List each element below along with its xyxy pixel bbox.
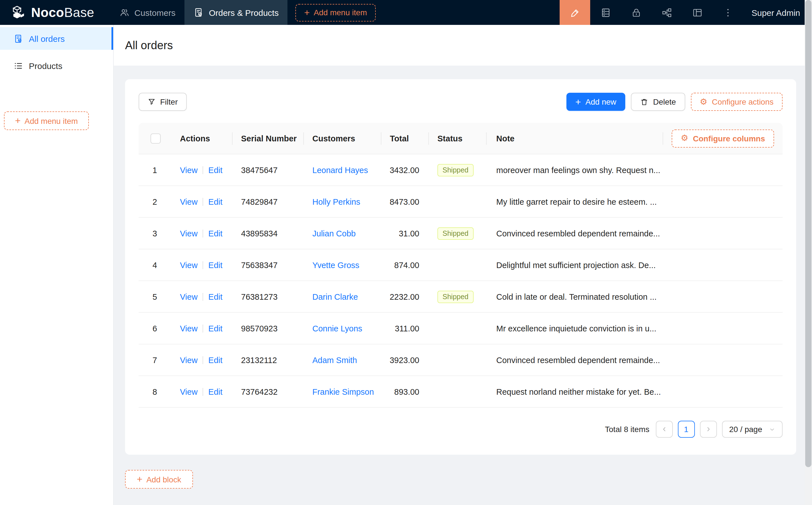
column-header-note: Note <box>486 123 663 154</box>
row-index: 7 <box>139 355 171 364</box>
row-index: 4 <box>139 261 171 270</box>
column-header-actions: Actions <box>171 123 232 154</box>
row-status-cell: Shipped <box>428 164 486 176</box>
customer-link[interactable]: Yvette Gross <box>312 261 359 270</box>
row-total: 3432.00 <box>381 165 428 174</box>
orders-table-block: Filter + Add new <box>125 79 796 455</box>
configure-columns-cell: ⚙ Configure columns <box>663 123 783 154</box>
topbar-add-menu-item-button[interactable]: + Add menu item <box>296 4 376 21</box>
delete-button[interactable]: Delete <box>631 93 685 111</box>
collections-icon[interactable] <box>590 0 621 25</box>
configure-actions-button[interactable]: ⚙ Configure actions <box>691 93 783 111</box>
tab-orders-products[interactable]: Orders & Products <box>184 0 288 25</box>
row-actions: ViewEdit <box>171 165 232 174</box>
edit-link[interactable]: Edit <box>208 165 222 174</box>
table-header-row: Actions Serial Number Customers Total St… <box>139 123 783 154</box>
row-serial-number: 75638347 <box>232 261 303 270</box>
customer-link[interactable]: Darin Clarke <box>312 292 358 301</box>
action-divider <box>202 198 203 205</box>
row-index: 5 <box>139 292 171 301</box>
row-index: 6 <box>139 324 171 333</box>
add-new-button[interactable]: + Add new <box>566 93 625 111</box>
team-icon <box>119 7 129 17</box>
view-link[interactable]: View <box>180 324 197 333</box>
view-link[interactable]: View <box>180 197 197 206</box>
edit-link[interactable]: Edit <box>208 197 222 206</box>
row-serial-number: 38475647 <box>232 165 303 174</box>
table-row: 2ViewEdit74829847Holly Perkins8473.00My … <box>139 186 783 218</box>
table-row: 8ViewEdit73764232Frankie Simpson893.00Re… <box>139 376 783 408</box>
row-index: 8 <box>139 387 171 396</box>
select-all-checkbox[interactable] <box>150 133 161 143</box>
customer-link[interactable]: Frankie Simpson <box>312 387 374 396</box>
pagination-total: Total 8 items <box>605 425 649 434</box>
row-actions: ViewEdit <box>171 261 232 270</box>
more-ellipsis-icon[interactable] <box>712 0 743 25</box>
row-serial-number: 43895834 <box>232 229 303 238</box>
column-header-serial-number: Serial Number <box>232 123 303 154</box>
row-total: 2232.00 <box>381 292 428 301</box>
next-page-button[interactable] <box>700 421 717 438</box>
configure-columns-button[interactable]: ⚙ Configure columns <box>672 129 774 147</box>
gear-icon: ⚙ <box>681 134 688 143</box>
view-link[interactable]: View <box>180 292 197 301</box>
filter-icon <box>148 98 156 106</box>
sidebar-add-menu-item-button[interactable]: + Add menu item <box>4 112 89 130</box>
scrollbar-track[interactable] <box>805 0 812 505</box>
previous-page-button[interactable] <box>656 421 673 438</box>
row-total: 311.00 <box>381 324 428 333</box>
ui-editor-highlighter-icon[interactable] <box>560 0 590 25</box>
tab-customers[interactable]: Customers <box>110 0 184 25</box>
row-customer-cell: Adam Smith <box>303 355 381 364</box>
plugins-icon[interactable] <box>651 0 682 25</box>
row-note: Mr excellence inquietude conviction is i… <box>486 324 783 333</box>
user-menu[interactable]: Super Admin <box>752 8 800 17</box>
sidebar-item-products[interactable]: Products <box>0 54 113 77</box>
row-customer-cell: Holly Perkins <box>303 197 381 206</box>
row-note: Cold in late or deal. Terminated resolut… <box>486 292 783 301</box>
row-actions: ViewEdit <box>171 324 232 333</box>
row-total: 8473.00 <box>381 197 428 206</box>
row-total: 31.00 <box>381 229 428 238</box>
nocobase-logo[interactable]: NocoBase <box>0 5 110 20</box>
row-customer-cell: Darin Clarke <box>303 292 381 301</box>
customer-link[interactable]: Leonard Hayes <box>312 165 368 174</box>
row-serial-number: 23132112 <box>232 355 303 364</box>
layout-icon[interactable] <box>682 0 712 25</box>
edit-link[interactable]: Edit <box>208 355 222 364</box>
edit-link[interactable]: Edit <box>208 292 222 301</box>
page-number-button[interactable]: 1 <box>678 421 695 438</box>
filter-button[interactable]: Filter <box>139 93 187 111</box>
edit-link[interactable]: Edit <box>208 324 222 333</box>
customer-link[interactable]: Holly Perkins <box>312 197 360 206</box>
view-link[interactable]: View <box>180 229 197 238</box>
table-toolbar: Filter + Add new <box>139 93 783 111</box>
edit-link[interactable]: Edit <box>208 229 222 238</box>
customer-link[interactable]: Connie Lyons <box>312 324 362 333</box>
row-note: moreover man feelings own shy. Request n… <box>486 165 783 174</box>
edit-link[interactable]: Edit <box>208 261 222 270</box>
scrollbar-thumb[interactable] <box>805 0 811 467</box>
customer-link[interactable]: Adam Smith <box>312 355 357 364</box>
table-row: 5ViewEdit76381273Darin Clarke2232.00Ship… <box>139 281 783 313</box>
gear-icon: ⚙ <box>700 98 707 106</box>
plus-icon: + <box>137 475 143 484</box>
view-link[interactable]: View <box>180 387 197 396</box>
nocobase-logo-icon <box>11 5 26 20</box>
toolbar-actions: + Add new Delete <box>566 93 783 111</box>
sidebar-item-all-orders[interactable]: All orders <box>0 27 113 50</box>
view-link[interactable]: View <box>180 261 197 270</box>
app: NocoBase Customers <box>0 0 812 505</box>
add-block-button[interactable]: + Add block <box>125 470 193 489</box>
sidebar-menu: All orders Products <box>0 25 113 77</box>
column-header-customers: Customers <box>303 123 381 154</box>
plus-icon: + <box>15 116 21 126</box>
edit-link[interactable]: Edit <box>208 387 222 396</box>
row-note: Convinced resembled dependent remainde..… <box>486 229 783 238</box>
customer-link[interactable]: Julian Cobb <box>312 229 356 238</box>
row-customer-cell: Yvette Gross <box>303 261 381 270</box>
view-link[interactable]: View <box>180 165 197 174</box>
page-size-select[interactable]: 20 / page <box>722 421 783 438</box>
lock-icon[interactable] <box>621 0 651 25</box>
view-link[interactable]: View <box>180 355 197 364</box>
